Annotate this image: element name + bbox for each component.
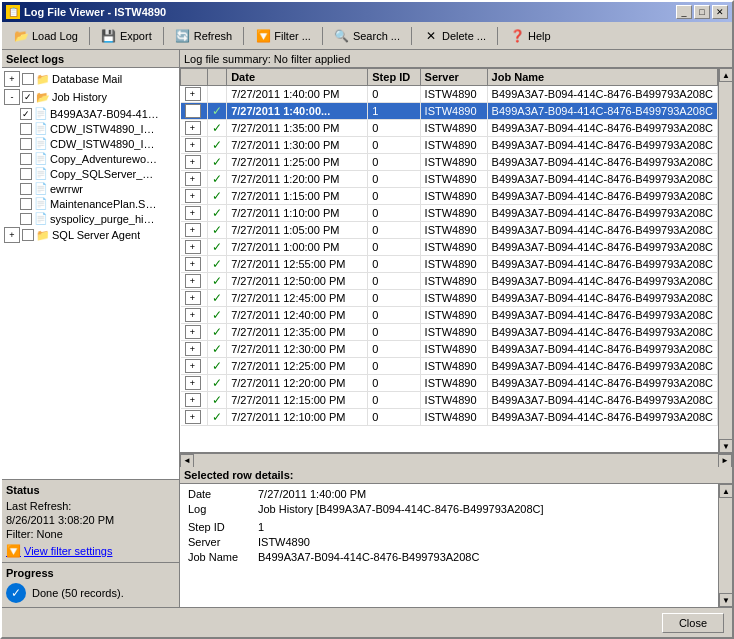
table-row[interactable]: +✓7/27/2011 1:40:00...1ISTW4890B499A3A7-… [181, 103, 718, 120]
table-row[interactable]: +✓7/27/2011 1:10:00 PM0ISTW4890B499A3A7-… [181, 205, 718, 222]
maximize-button[interactable]: □ [694, 5, 710, 19]
expand-icon[interactable]: + [185, 410, 201, 424]
h-scroll-track[interactable] [194, 454, 718, 468]
export-button[interactable]: 💾 Export [94, 25, 159, 47]
table-row[interactable]: +✓7/27/2011 1:15:00 PM0ISTW4890B499A3A7-… [181, 188, 718, 205]
col-job-name[interactable]: Job Name [487, 69, 717, 86]
row-expand-cell[interactable]: + [181, 171, 208, 188]
delete-button[interactable]: ✕ Delete ... [416, 25, 493, 47]
minimize-button[interactable]: _ [676, 5, 692, 19]
row-expand-cell[interactable]: + [181, 239, 208, 256]
expand-icon[interactable]: + [185, 223, 201, 237]
checkbox-syspolicy[interactable] [20, 213, 32, 225]
scroll-down-button[interactable]: ▼ [719, 439, 732, 453]
expand-icon[interactable]: + [185, 359, 201, 373]
row-expand-cell[interactable]: + [181, 307, 208, 324]
row-expand-cell[interactable]: + [181, 137, 208, 154]
row-expand-cell[interactable]: + [181, 86, 208, 103]
expand-sql-agent-icon[interactable]: + [4, 227, 20, 243]
expand-icon[interactable]: + [185, 121, 201, 135]
table-row[interactable]: +✓7/27/2011 1:05:00 PM0ISTW4890B499A3A7-… [181, 222, 718, 239]
table-row[interactable]: +7/27/2011 1:40:00 PM0ISTW4890B499A3A7-B… [181, 86, 718, 103]
sidebar-item-copy-sql[interactable]: 📄 Copy_SQLServer_Datab [20, 166, 177, 181]
row-expand-cell[interactable]: + [181, 392, 208, 409]
checkbox-database-mail[interactable] [22, 73, 34, 85]
expand-icon[interactable]: + [185, 325, 201, 339]
checkbox-copy-adv[interactable] [20, 153, 32, 165]
row-expand-cell[interactable]: + [181, 273, 208, 290]
expand-icon[interactable]: + [185, 87, 201, 101]
table-row[interactable]: +✓7/27/2011 12:45:00 PM0ISTW4890B499A3A7… [181, 290, 718, 307]
sidebar-item-job-history[interactable]: - 📂 Job History [4, 88, 177, 106]
sidebar-item-syspolicy[interactable]: 📄 syspolicy_purge_history [20, 211, 177, 226]
help-button[interactable]: ❓ Help [502, 25, 558, 47]
checkbox-maintenance[interactable] [20, 198, 32, 210]
scroll-track[interactable] [719, 82, 732, 439]
row-expand-cell[interactable]: + [181, 256, 208, 273]
row-expand-cell[interactable]: + [181, 154, 208, 171]
table-row[interactable]: +✓7/27/2011 1:20:00 PM0ISTW4890B499A3A7-… [181, 171, 718, 188]
details-vert-scrollbar[interactable]: ▲ ▼ [718, 484, 732, 607]
sidebar-item-cdw-2[interactable]: 📄 CDW_ISTW4890_ISTW [20, 136, 177, 151]
row-expand-cell[interactable]: + [181, 188, 208, 205]
row-expand-cell[interactable]: + [181, 409, 208, 426]
table-row[interactable]: +✓7/27/2011 1:25:00 PM0ISTW4890B499A3A7-… [181, 154, 718, 171]
col-date[interactable]: Date [227, 69, 368, 86]
row-expand-cell[interactable]: + [181, 120, 208, 137]
checkbox-ewrrwr[interactable] [20, 183, 32, 195]
row-expand-cell[interactable]: + [181, 222, 208, 239]
checkbox-cdw-1[interactable] [20, 123, 32, 135]
scroll-up-button[interactable]: ▲ [719, 68, 732, 82]
table-row[interactable]: +✓7/27/2011 1:00:00 PM0ISTW4890B499A3A7-… [181, 239, 718, 256]
close-window-button[interactable]: ✕ [712, 5, 728, 19]
checkbox-cdw-2[interactable] [20, 138, 32, 150]
table-row[interactable]: +✓7/27/2011 1:30:00 PM0ISTW4890B499A3A7-… [181, 137, 718, 154]
view-filter-settings-button[interactable]: 🔽 View filter settings [6, 544, 175, 558]
row-expand-cell[interactable]: + [181, 358, 208, 375]
details-scroll-up[interactable]: ▲ [719, 484, 732, 498]
sidebar-item-database-mail[interactable]: + 📁 Database Mail [4, 70, 177, 88]
row-expand-cell[interactable]: + [181, 324, 208, 341]
expand-icon[interactable]: + [185, 206, 201, 220]
expand-icon[interactable]: + [185, 342, 201, 356]
row-expand-cell[interactable]: + [181, 290, 208, 307]
checkbox-copy-sql[interactable] [20, 168, 32, 180]
scroll-right-button[interactable]: ► [718, 454, 732, 468]
expand-database-mail-icon[interactable]: + [4, 71, 20, 87]
row-expand-cell[interactable]: + [181, 375, 208, 392]
vertical-scrollbar[interactable]: ▲ ▼ [718, 68, 732, 453]
expand-icon[interactable]: + [185, 155, 201, 169]
search-button[interactable]: 🔍 Search ... [327, 25, 407, 47]
expand-icon[interactable]: + [185, 291, 201, 305]
expand-icon[interactable]: + [185, 257, 201, 271]
expand-icon[interactable]: + [185, 189, 201, 203]
checkbox-b499a3a7[interactable] [20, 108, 32, 120]
sidebar-item-maintenance[interactable]: 📄 MaintenancePlan.Subpl [20, 196, 177, 211]
table-row[interactable]: +✓7/27/2011 12:25:00 PM0ISTW4890B499A3A7… [181, 358, 718, 375]
load-log-button[interactable]: 📂 Load Log [6, 25, 85, 47]
sidebar-item-b499a3a7[interactable]: 📄 B499A3A7-B094-414C [20, 106, 177, 121]
table-row[interactable]: +✓7/27/2011 12:35:00 PM0ISTW4890B499A3A7… [181, 324, 718, 341]
filter-button[interactable]: 🔽 Filter ... [248, 25, 318, 47]
sidebar-item-cdw-1[interactable]: 📄 CDW_ISTW4890_ISTW [20, 121, 177, 136]
details-scroll-down[interactable]: ▼ [719, 593, 732, 607]
checkbox-sql-agent[interactable] [22, 229, 34, 241]
expand-icon[interactable]: + [185, 393, 201, 407]
log-table-container[interactable]: Date Step ID Server Job Name +7/27/2011 … [180, 68, 718, 453]
expand-icon[interactable]: + [185, 376, 201, 390]
table-row[interactable]: +✓7/27/2011 12:30:00 PM0ISTW4890B499A3A7… [181, 341, 718, 358]
expand-icon[interactable]: + [185, 240, 201, 254]
scroll-left-button[interactable]: ◄ [180, 454, 194, 468]
row-expand-cell[interactable]: + [181, 341, 208, 358]
sidebar-item-ewrrwr[interactable]: 📄 ewrrwr [20, 181, 177, 196]
sidebar-item-sql-agent[interactable]: + 📁 SQL Server Agent [4, 226, 177, 244]
table-row[interactable]: +✓7/27/2011 1:35:00 PM0ISTW4890B499A3A7-… [181, 120, 718, 137]
refresh-button[interactable]: 🔄 Refresh [168, 25, 240, 47]
row-expand-cell[interactable]: + [181, 103, 208, 120]
checkbox-job-history[interactable] [22, 91, 34, 103]
table-row[interactable]: +✓7/27/2011 12:50:00 PM0ISTW4890B499A3A7… [181, 273, 718, 290]
col-server[interactable]: Server [420, 69, 487, 86]
horizontal-scrollbar[interactable]: ◄ ► [180, 453, 732, 467]
row-expand-cell[interactable]: + [181, 205, 208, 222]
expand-icon[interactable]: + [185, 138, 201, 152]
